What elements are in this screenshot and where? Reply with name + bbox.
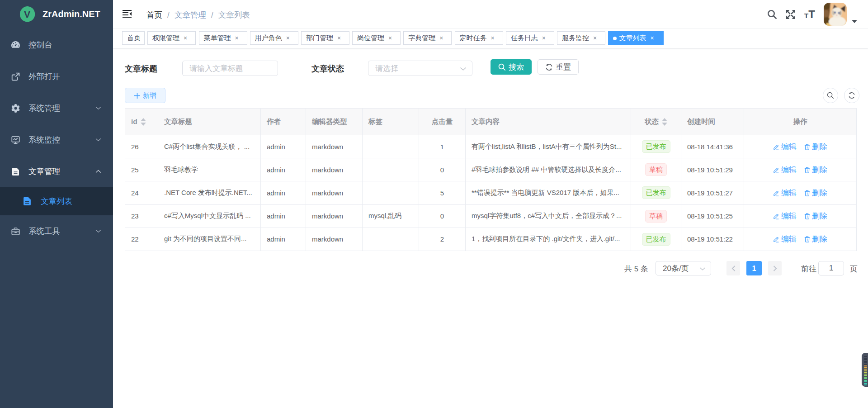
svg-text:V: V: [24, 9, 31, 20]
